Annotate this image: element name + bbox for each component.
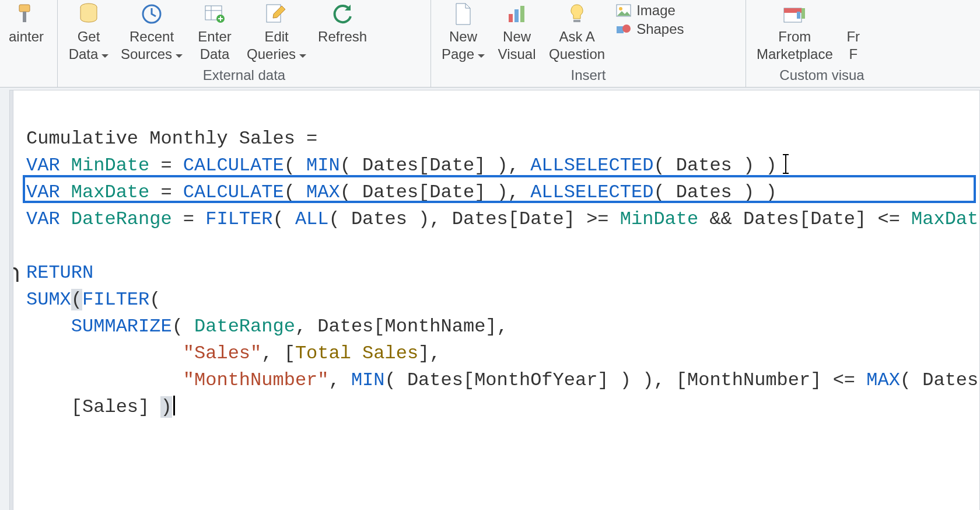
pencil-doc-icon <box>264 0 289 28</box>
insert-stack: Image Shapes <box>611 0 693 37</box>
lightbulb-icon <box>566 0 587 28</box>
dax-col: Dates[Date] <box>362 155 485 176</box>
from-marketplace-button[interactable]: From Marketplace <box>751 0 839 63</box>
i-beam-cursor-icon <box>783 154 790 174</box>
from-marketplace-label: From Marketplace <box>757 28 833 63</box>
formula-editor[interactable]: Cumulative Monthly Sales = VAR MinDate =… <box>13 90 980 510</box>
dax-fn-allselected: ALLSELECTED <box>530 181 653 203</box>
svg-rect-11 <box>520 6 524 22</box>
ribbon-group-clipboard: ainter <box>0 0 58 87</box>
dax-string: "MonthNumber" <box>183 369 329 391</box>
svg-rect-9 <box>509 14 513 22</box>
new-page-button[interactable]: New Page <box>436 0 491 63</box>
ask-a-question-label: Ask A Question <box>549 28 605 63</box>
refresh-label: Refresh <box>318 28 367 46</box>
dax-var-kw: VAR <box>26 208 60 230</box>
dax-fn-min: MIN <box>306 155 340 176</box>
page-icon <box>453 0 474 28</box>
image-label: Image <box>636 2 676 19</box>
dax-fn-calculate: CALCULATE <box>183 181 284 203</box>
recent-sources-button[interactable]: Recent Sources <box>115 0 188 63</box>
text-cursor <box>173 396 175 415</box>
clock-icon <box>140 0 163 28</box>
dax-col: Dates[MonthName] <box>317 316 496 337</box>
dax-fn-summarize: SUMMARIZE <box>71 316 172 337</box>
paintbrush-icon <box>16 0 37 28</box>
dax-var-kw: VAR <box>26 181 60 203</box>
dax-fn-calculate: CALCULATE <box>183 155 284 176</box>
group-caption-insert: Insert <box>436 67 741 85</box>
dax-measure: Total Sales <box>295 343 418 364</box>
dax-ref-maxdate: MaxDate <box>911 208 980 230</box>
database-icon <box>77 0 100 28</box>
dax-col: Dates[Date] <box>452 208 575 230</box>
svg-rect-20 <box>802 8 805 19</box>
enter-data-button[interactable]: Enter Data <box>188 0 241 63</box>
svg-point-14 <box>619 7 622 11</box>
from-file-label-fragment: Fr F <box>846 28 860 63</box>
refresh-button[interactable]: Refresh <box>312 0 373 46</box>
new-visual-label: New Visual <box>498 28 536 63</box>
dax-tbl: Dates <box>676 181 732 203</box>
svg-point-16 <box>622 25 631 33</box>
dax-string: "Sales" <box>183 343 261 364</box>
dax-fn-all: ALL <box>295 208 329 230</box>
format-painter-label: ainter <box>9 28 44 46</box>
recent-sources-label: Recent Sources <box>121 28 183 63</box>
svg-rect-1 <box>23 12 26 22</box>
market-icon <box>782 0 807 28</box>
dax-fn-filter: FILTER <box>82 289 149 310</box>
shapes-icon <box>615 21 632 37</box>
format-painter-button[interactable]: ainter <box>0 0 52 46</box>
ribbon-group-external-data: Get Data Recent Sources Enter Data Edit … <box>58 0 431 87</box>
get-data-label: Get Data <box>69 28 109 63</box>
new-visual-button[interactable]: New Visual <box>491 0 543 63</box>
svg-rect-0 <box>19 5 30 12</box>
line-highlight-box <box>23 175 976 203</box>
dax-return-kw: RETURN <box>26 262 93 284</box>
get-data-button[interactable]: Get Data <box>62 0 115 63</box>
shapes-button[interactable]: Shapes <box>611 21 693 37</box>
dax-col: Dates[Date] <box>362 181 485 203</box>
dax-fn-allselected: ALLSELECTED <box>530 155 653 176</box>
dax-col: [MonthNumber] <box>676 369 822 391</box>
dax-col-fragment: Dates[M <box>922 369 980 391</box>
group-caption-external: External data <box>62 67 426 85</box>
ask-a-question-button[interactable]: Ask A Question <box>543 0 611 63</box>
svg-rect-15 <box>617 26 624 33</box>
enter-data-label: Enter Data <box>198 28 231 63</box>
table-plus-icon <box>203 0 226 28</box>
svg-rect-19 <box>797 12 800 19</box>
group-caption-clipboard <box>0 67 52 85</box>
new-page-label: New Page <box>442 28 485 63</box>
image-button[interactable]: Image <box>611 2 693 19</box>
dax-fn-sumx: SUMX <box>26 289 71 310</box>
group-caption-custom: Custom visua <box>751 67 893 85</box>
dax-var-mindate: MinDate <box>71 155 149 176</box>
edit-queries-button[interactable]: Edit Queries <box>241 0 312 63</box>
dax-col: Dates[Date] <box>743 208 866 230</box>
dax-col: Dates[MonthOfYear] <box>407 369 609 391</box>
svg-rect-10 <box>514 9 519 22</box>
dax-ref-mindate: MinDate <box>620 208 698 230</box>
dax-fn-max: MAX <box>866 369 900 391</box>
file-icon <box>852 0 855 28</box>
dax-line-1: Cumulative Monthly Sales = <box>26 128 317 149</box>
dax-var-maxdate: MaxDate <box>71 181 149 203</box>
from-file-button-fragment[interactable]: Fr F <box>839 0 862 63</box>
dax-fn-filter: FILTER <box>205 208 272 230</box>
edit-queries-label: Edit Queries <box>247 28 306 63</box>
side-glyph: า <box>13 260 21 287</box>
image-icon <box>615 2 632 19</box>
ribbon-group-insert: New Page New Visual Ask A Question <box>431 0 746 87</box>
bar-chart-icon <box>505 0 528 28</box>
svg-rect-12 <box>573 20 580 22</box>
shapes-label: Shapes <box>636 21 684 37</box>
dax-var-daterange: DateRange <box>71 208 172 230</box>
dax-ref-daterange: DateRange <box>194 316 295 337</box>
dax-col: [Sales] <box>71 396 149 418</box>
dax-fn-max: MAX <box>306 181 340 203</box>
dax-tbl: Dates <box>676 155 732 176</box>
formula-bar: Cumulative Monthly Sales = VAR MinDate =… <box>0 88 980 510</box>
dax-tbl: Dates <box>351 208 407 230</box>
